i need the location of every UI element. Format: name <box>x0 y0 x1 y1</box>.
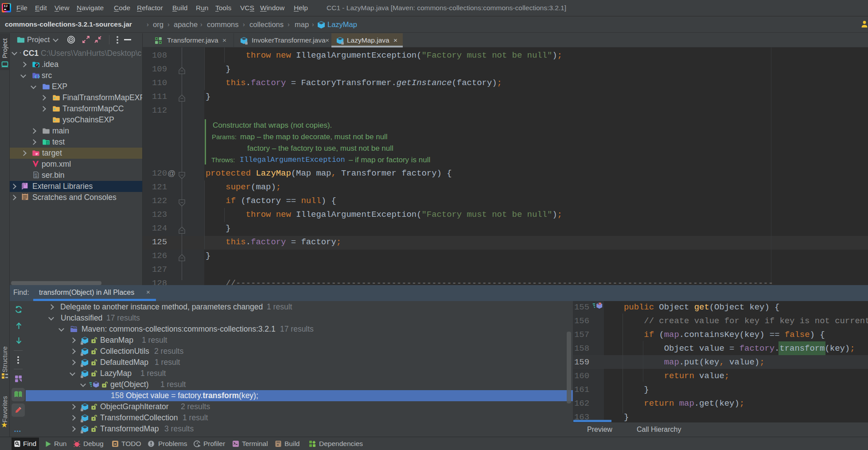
svg-text:10: 10 <box>35 175 38 178</box>
